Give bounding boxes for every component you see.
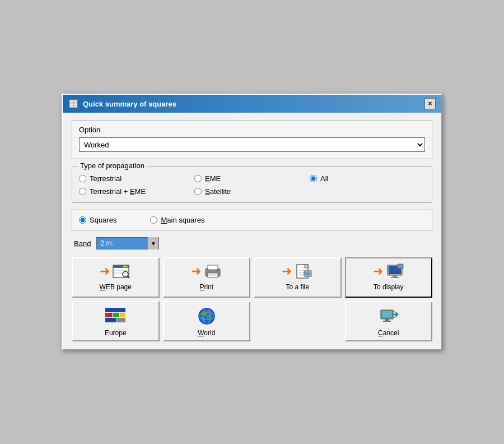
book-icon <box>68 99 78 109</box>
svg-rect-28 <box>307 276 309 278</box>
main-squares-label: Main squares <box>161 216 204 224</box>
option-section: Option Worked Confirmed Both <box>72 121 432 159</box>
arrow-icon: ➜ <box>191 265 201 278</box>
europe-icon <box>104 307 127 326</box>
dialog-body: Option Worked Confirmed Both Type of pro… <box>63 113 441 349</box>
buttons-row-2: Europe <box>72 301 432 341</box>
file-icon <box>294 263 313 280</box>
svg-point-47 <box>209 312 211 314</box>
cancel-icon <box>379 307 399 326</box>
svg-rect-19 <box>216 270 218 271</box>
svg-rect-38 <box>120 313 125 317</box>
radio-main-squares: Main squares <box>150 216 204 224</box>
radio-squares: Squares <box>79 216 116 224</box>
arrow-icon: ➜ <box>373 265 383 278</box>
europe-label: Europe <box>105 329 127 337</box>
radio-all: All <box>310 174 425 183</box>
print-icon <box>203 263 222 280</box>
propagation-group: Type of propagation Terrestrial EME All <box>72 166 432 203</box>
print-button[interactable]: ➜ Print <box>163 257 251 298</box>
band-select-wrapper: 2 m. ▼ <box>96 237 159 249</box>
svg-point-48 <box>206 311 209 313</box>
svg-rect-31 <box>393 275 397 277</box>
band-dropdown-arrow-icon[interactable]: ▼ <box>147 237 158 249</box>
svg-point-13 <box>123 266 125 268</box>
svg-rect-51 <box>382 311 392 317</box>
cancel-icon-area <box>379 307 399 326</box>
print-icon-area: ➜ <box>191 263 222 280</box>
svg-rect-32 <box>391 277 399 278</box>
arrow-icon: ➜ <box>100 265 110 278</box>
print-label: Print <box>199 283 213 291</box>
to-file-label: To a file <box>286 283 309 291</box>
svg-rect-36 <box>105 313 112 317</box>
svg-rect-18 <box>208 273 218 278</box>
cancel-label: Cancel <box>378 329 399 337</box>
europe-button[interactable]: Europe <box>72 301 160 341</box>
svg-rect-52 <box>385 319 389 321</box>
title-bar: Quick summary of squares × <box>63 95 441 113</box>
band-value: 2 m. <box>97 238 147 249</box>
arrow-icon: ➜ <box>282 265 292 278</box>
dialog-title: Quick summary of squares <box>83 100 176 108</box>
europe-icon-area <box>104 307 127 326</box>
world-icon-area <box>197 307 217 326</box>
svg-rect-27 <box>305 272 310 275</box>
title-bar-left: Quick summary of squares <box>68 99 176 109</box>
to-display-label: To display <box>374 283 403 291</box>
radio-terrestrial-eme: Terrestrial + EME <box>79 187 194 196</box>
svg-rect-39 <box>105 318 116 322</box>
buttons-row-1: ➜ WEB page <box>72 257 432 298</box>
web-page-icon-area: ➜ <box>100 263 131 280</box>
squares-section: Squares Main squares <box>72 210 432 230</box>
option-select[interactable]: Worked Confirmed Both <box>79 137 425 152</box>
to-display-icon-area: ➜ <box>373 263 404 280</box>
web-page-icon <box>112 263 131 280</box>
band-label: Band <box>74 239 91 248</box>
web-page-button[interactable]: ➜ WEB page <box>72 257 160 298</box>
close-button[interactable]: × <box>424 98 436 109</box>
svg-rect-34 <box>398 265 403 267</box>
svg-rect-37 <box>113 313 119 317</box>
propagation-title: Type of propagation <box>78 161 147 170</box>
svg-rect-40 <box>117 318 125 322</box>
empty-cell <box>310 187 425 196</box>
option-label: Option <box>79 126 425 134</box>
world-button[interactable]: World <box>163 301 251 341</box>
svg-point-45 <box>207 315 211 318</box>
svg-point-46 <box>202 317 205 319</box>
svg-rect-17 <box>208 265 218 270</box>
radio-terrestrial: Terrestrial <box>79 174 194 183</box>
to-file-button[interactable]: ➜ To a file <box>254 257 342 298</box>
squares-label: Squares <box>90 216 116 224</box>
svg-point-44 <box>202 312 207 316</box>
propagation-radio-grid: Terrestrial EME All Terrestrial + EME <box>79 174 425 196</box>
radio-eme: EME <box>194 174 310 183</box>
to-file-icon-area: ➜ <box>282 263 313 280</box>
display-icon <box>385 263 404 280</box>
web-page-label: WEB page <box>100 283 132 291</box>
band-dropdown[interactable]: 2 m. ▼ <box>96 237 159 249</box>
band-row: Band 2 m. ▼ <box>72 237 432 249</box>
radio-satellite: Satellite <box>194 187 310 196</box>
main-dialog: Quick summary of squares × Option Worked… <box>62 94 442 350</box>
cancel-button[interactable]: Cancel <box>345 301 433 341</box>
world-icon <box>197 307 217 326</box>
svg-rect-53 <box>383 321 391 322</box>
world-label: World <box>198 329 215 337</box>
svg-point-12 <box>125 266 128 268</box>
to-display-button[interactable]: ➜ To display <box>345 257 433 298</box>
svg-rect-35 <box>105 308 125 312</box>
